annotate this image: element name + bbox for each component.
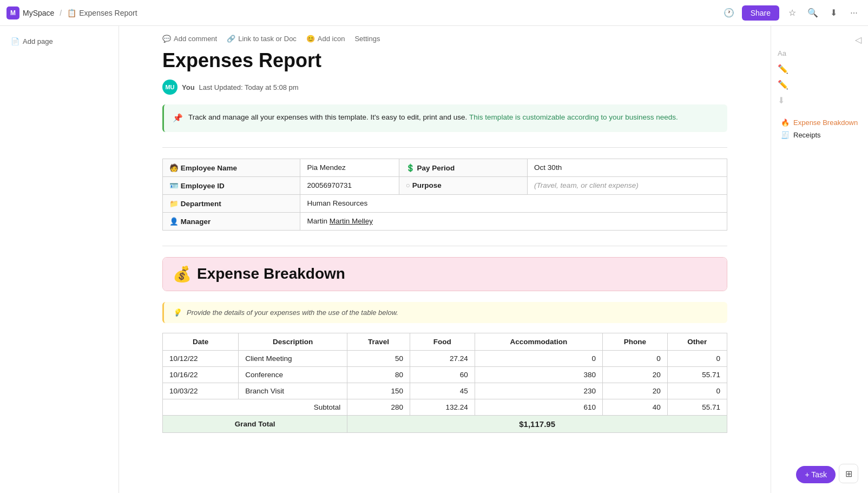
expense-cell: 50 xyxy=(347,350,410,366)
expense-cell: Client Meeting xyxy=(239,350,347,366)
link-icon: 🔗 xyxy=(227,35,235,43)
money-bag-icon: 💰 xyxy=(173,265,192,283)
workspace-name[interactable]: MySpace xyxy=(23,9,54,17)
text-format-label[interactable]: Aa xyxy=(778,49,786,57)
grid-view-button[interactable]: ⊞ xyxy=(839,464,858,483)
expense-cell: 45 xyxy=(410,383,475,399)
edit-icon-2[interactable]: ✏️ xyxy=(778,80,862,90)
add-page-button[interactable]: 📄 Add page xyxy=(6,35,112,48)
search-icon[interactable]: 🔍 xyxy=(805,5,820,21)
manager-value: Martin Martin Melley xyxy=(300,212,727,230)
employee-name-label: 🧑 Employee Name xyxy=(163,159,300,176)
fire-icon: 🔥 xyxy=(781,119,790,127)
expense-cell: 10/12/22 xyxy=(163,350,239,366)
main-content: 💬 Add comment 🔗 Link to task or Doc 😊 Ad… xyxy=(119,26,771,493)
dollar-icon: 💲 xyxy=(406,164,415,172)
purpose-value: (Travel, team, or client expense) xyxy=(528,176,727,194)
expense-callout: 💡 Provide the details of your expenses w… xyxy=(162,302,727,323)
avatar: MU xyxy=(162,80,177,95)
table-row: 10/16/22Conference80603802055.71 xyxy=(163,366,727,383)
expense-cell: 0 xyxy=(667,350,727,366)
callout-text: Track and manage all your expenses with … xyxy=(188,112,678,123)
breadcrumb-separator: / xyxy=(60,9,62,17)
breadcrumb-doc[interactable]: 📋 Expenses Report xyxy=(67,9,137,17)
subtotal-other: 55.71 xyxy=(667,399,727,415)
pay-period-value: Oct 30th xyxy=(528,159,727,176)
add-page-label: Add page xyxy=(23,37,53,45)
expense-cell: 60 xyxy=(410,366,475,383)
pin-icon: 📌 xyxy=(173,112,183,124)
link-task-button[interactable]: 🔗 Link to task or Doc xyxy=(227,35,297,43)
workspace-logo[interactable]: M xyxy=(6,6,19,19)
subtotal-travel: 280 xyxy=(347,399,410,415)
manager-label: 👤 Manager xyxy=(163,212,300,230)
expense-cell: 150 xyxy=(347,383,410,399)
expense-cell: 0 xyxy=(475,350,602,366)
sidebar: 📄 Add page xyxy=(0,26,119,493)
add-comment-button[interactable]: 💬 Add comment xyxy=(162,35,217,43)
employee-id-label: 🪪 Employee ID xyxy=(163,176,300,194)
more-options-icon[interactable]: ··· xyxy=(846,5,862,21)
table-row: 🪪 Employee ID 20056970731 ○ Purpose (Tra… xyxy=(163,176,727,194)
author-name: You xyxy=(182,83,195,91)
purpose-label: ○ Purpose xyxy=(399,176,527,194)
col-accommodation: Accommodation xyxy=(475,333,602,350)
col-travel: Travel xyxy=(347,333,410,350)
expense-cell: 0 xyxy=(602,350,667,366)
expense-cell: 0 xyxy=(667,383,727,399)
table-row: 10/12/22Client Meeting5027.24000 xyxy=(163,350,727,366)
col-phone: Phone xyxy=(602,333,667,350)
col-food: Food xyxy=(410,333,475,350)
table-row: 📁 Department Human Resources xyxy=(163,194,727,212)
col-other: Other xyxy=(667,333,727,350)
col-description: Description xyxy=(239,333,347,350)
clock-icon[interactable]: 🕐 xyxy=(721,5,737,21)
share-button[interactable]: Share xyxy=(742,5,779,21)
info-table: 🧑 Employee Name Pia Mendez 💲 Pay Period … xyxy=(162,159,727,231)
expense-breakdown-section: 💰 Expense Breakdown xyxy=(162,257,727,291)
pay-period-label: 💲 Pay Period xyxy=(399,159,527,176)
employee-id-value: 20056970731 xyxy=(300,176,399,194)
download-icon[interactable]: ⬇ xyxy=(826,5,841,21)
col-date: Date xyxy=(163,333,239,350)
table-header-row: Date Description Travel Food Accommodati… xyxy=(163,333,727,350)
subtotal-food: 132.24 xyxy=(410,399,475,415)
page-title: Expenses Report xyxy=(162,49,727,72)
expense-cell: 230 xyxy=(475,383,602,399)
add-icon-button[interactable]: 😊 Add icon xyxy=(306,35,345,43)
id-icon: 🪪 xyxy=(169,182,179,190)
right-panel-tools: ✏️ ✏️ ⬇ xyxy=(778,64,862,106)
collapse-panel-button[interactable]: ◁ xyxy=(855,35,862,45)
expense-cell: Conference xyxy=(239,366,347,383)
comment-icon: 💬 xyxy=(162,35,171,43)
topbar: M MySpace / 📋 Expenses Report 🕐 Share ☆ … xyxy=(0,0,868,26)
employee-name-value: Pia Mendez xyxy=(300,159,399,176)
add-page-icon: 📄 xyxy=(11,37,19,45)
subtotal-label: Subtotal xyxy=(163,399,347,415)
edit-icon-1[interactable]: ✏️ xyxy=(778,64,862,74)
task-button[interactable]: + Task xyxy=(796,466,836,483)
nav-receipts[interactable]: 🧾 Receipts xyxy=(778,129,862,141)
intro-callout: 📌 Track and manage all your expenses wit… xyxy=(162,104,727,132)
folder-icon: 📁 xyxy=(169,200,179,208)
panel-nav: 🔥 Expense Breakdown 🧾 Receipts xyxy=(778,116,862,141)
star-icon[interactable]: ☆ xyxy=(785,5,800,21)
circle-icon: ○ xyxy=(406,181,410,189)
panel-top: ◁ xyxy=(778,35,862,49)
expense-cell: 380 xyxy=(475,366,602,383)
topbar-left: M MySpace / 📋 Expenses Report xyxy=(6,6,137,19)
expense-breakdown-heading: 💰 Expense Breakdown xyxy=(163,258,727,291)
expense-cell: Branch Visit xyxy=(239,383,347,399)
table-row: 10/03/22Branch Visit15045230200 xyxy=(163,383,727,399)
topbar-right: 🕐 Share ☆ 🔍 ⬇ ··· xyxy=(721,5,862,21)
nav-expense-breakdown[interactable]: 🔥 Expense Breakdown xyxy=(778,116,862,129)
arrow-down-icon[interactable]: ⬇ xyxy=(778,95,862,106)
settings-button[interactable]: Settings xyxy=(354,35,380,43)
grand-total-row: Grand Total $1,117.95 xyxy=(163,415,727,432)
subtotal-accommodation: 610 xyxy=(475,399,602,415)
expense-table: Date Description Travel Food Accommodati… xyxy=(162,333,727,433)
bulb-icon: 💡 xyxy=(173,308,181,317)
grand-total-value: $1,117.95 xyxy=(347,415,727,432)
expense-cell: 10/16/22 xyxy=(163,366,239,383)
expense-cell: 20 xyxy=(602,366,667,383)
